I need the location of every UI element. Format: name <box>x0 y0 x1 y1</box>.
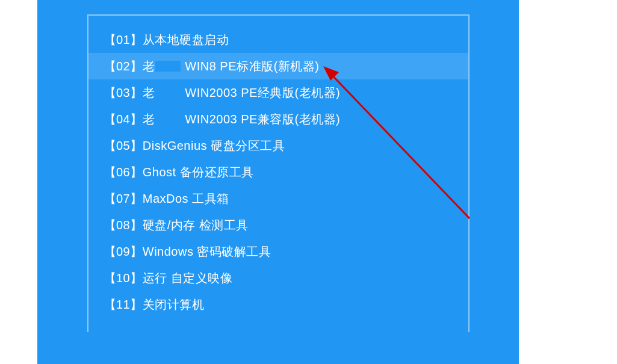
menu-item-label: 关闭计算机 <box>143 298 205 311</box>
bracket-close: 】 <box>130 113 143 126</box>
boot-menu-item-10[interactable]: 【10】运行 自定义映像 <box>88 265 468 291</box>
boot-menu-item-07[interactable]: 【07】MaxDos 工具箱 <box>88 185 468 212</box>
menu-item-number: 04 <box>116 113 130 126</box>
bracket-open: 【 <box>104 271 117 285</box>
bracket-open: 【 <box>104 113 117 126</box>
menu-item-label: 从本地硬盘启动 <box>143 33 229 46</box>
boot-menu-item-08[interactable]: 【08】硬盘/内存 检测工具 <box>88 212 468 238</box>
menu-item-number: 06 <box>116 165 130 179</box>
bracket-open: 【 <box>104 86 117 99</box>
censored-block <box>155 87 181 98</box>
boot-menu-item-09[interactable]: 【09】Windows 密码破解工具 <box>88 238 468 265</box>
bracket-close: 】 <box>130 192 143 205</box>
bracket-open: 【 <box>104 60 117 73</box>
menu-item-number: 11 <box>116 298 130 311</box>
menu-item-number: 08 <box>116 218 130 232</box>
boot-menu-item-11[interactable]: 【11】关闭计算机 <box>88 291 468 318</box>
menu-item-number: 07 <box>116 192 130 205</box>
menu-item-label: DiskGenius 硬盘分区工具 <box>143 139 285 152</box>
bracket-open: 【 <box>104 192 117 205</box>
censored-block <box>155 114 181 125</box>
menu-item-label: Ghost 备份还原工具 <box>143 165 254 179</box>
bracket-close: 】 <box>130 245 143 258</box>
menu-item-label: WIN2003 PE经典版(老机器) <box>181 86 340 99</box>
bracket-close: 】 <box>130 86 143 99</box>
boot-menu-box: 【01】从本地硬盘启动【02】老 WIN8 PE标准版(新机器)【03】老 WI… <box>87 14 470 332</box>
bracket-open: 【 <box>104 165 117 179</box>
menu-item-prefix: 老 <box>143 113 155 126</box>
boot-menu-screen: 【01】从本地硬盘启动【02】老 WIN8 PE标准版(新机器)【03】老 WI… <box>37 0 519 364</box>
menu-item-label: WIN2003 PE兼容版(老机器) <box>181 113 340 126</box>
menu-item-label: 运行 自定义映像 <box>143 271 233 285</box>
bracket-open: 【 <box>104 139 117 152</box>
bracket-close: 】 <box>130 60 143 73</box>
menu-item-label: 硬盘/内存 检测工具 <box>143 218 249 232</box>
bracket-open: 【 <box>104 298 117 311</box>
menu-item-label: MaxDos 工具箱 <box>143 192 229 205</box>
menu-item-label: WIN8 PE标准版(新机器) <box>181 60 319 73</box>
boot-menu-item-05[interactable]: 【05】DiskGenius 硬盘分区工具 <box>88 132 468 159</box>
bracket-close: 】 <box>130 33 143 46</box>
boot-menu-item-04[interactable]: 【04】老 WIN2003 PE兼容版(老机器) <box>88 106 468 132</box>
bracket-close: 】 <box>130 271 143 285</box>
menu-item-label: Windows 密码破解工具 <box>143 245 271 258</box>
menu-item-number: 03 <box>116 86 130 99</box>
boot-menu-item-06[interactable]: 【06】Ghost 备份还原工具 <box>88 159 468 185</box>
boot-menu-item-03[interactable]: 【03】老 WIN2003 PE经典版(老机器) <box>88 79 468 106</box>
menu-item-prefix: 老 <box>143 60 155 73</box>
menu-item-number: 10 <box>116 271 130 285</box>
boot-menu-item-01[interactable]: 【01】从本地硬盘启动 <box>88 26 468 53</box>
boot-menu-item-02[interactable]: 【02】老 WIN8 PE标准版(新机器) <box>88 53 468 79</box>
censored-block <box>155 61 181 72</box>
menu-item-number: 01 <box>116 33 130 46</box>
menu-item-prefix: 老 <box>143 86 155 99</box>
bracket-open: 【 <box>104 245 117 258</box>
bracket-open: 【 <box>104 218 117 232</box>
menu-item-number: 09 <box>116 245 130 258</box>
menu-item-number: 02 <box>116 60 130 73</box>
bracket-close: 】 <box>130 139 143 152</box>
bracket-close: 】 <box>130 298 143 311</box>
bracket-close: 】 <box>130 165 143 179</box>
bracket-close: 】 <box>130 218 143 232</box>
bracket-open: 【 <box>104 33 117 46</box>
menu-item-number: 05 <box>116 139 130 152</box>
